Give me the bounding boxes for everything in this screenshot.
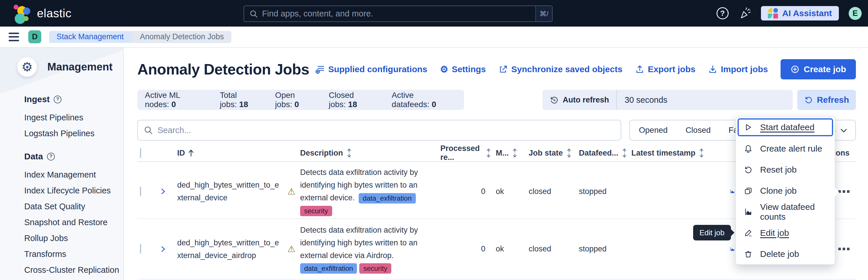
row-expander-chevron-icon[interactable] <box>160 187 170 196</box>
row-checkbox[interactable] <box>140 186 141 196</box>
view-results-chart-icon[interactable] <box>730 245 735 253</box>
management-gear-icon: ⚙ <box>17 57 37 77</box>
sidebar-item-index-management[interactable]: Index Management <box>24 170 120 180</box>
ai-assistant-button[interactable]: AI Assistant <box>761 6 839 21</box>
stat-active-ml-nodes: Active ML nodes:0 <box>145 91 210 109</box>
data-help-icon[interactable]: ? <box>47 153 55 160</box>
plus-circle-icon <box>790 65 800 74</box>
menu-item-start-datafeed[interactable]: Start datafeed <box>738 118 833 136</box>
refresh-interval-select[interactable]: 30 seconds <box>617 95 793 105</box>
sidebar-item-data-set-quality[interactable]: Data Set Quality <box>24 202 120 211</box>
sortable-icon <box>346 148 352 158</box>
memory-status: ok <box>492 187 519 196</box>
job-id: ded_high_bytes_written_to_external_devic… <box>170 237 283 262</box>
row-actions-button[interactable] <box>838 248 849 250</box>
sidebar-item-index-lifecycle-policies[interactable]: Index Lifecycle Policies <box>24 186 120 195</box>
view-results-chart-icon[interactable] <box>730 187 735 196</box>
column-header-job-state[interactable]: Job state <box>519 148 574 158</box>
job-state: closed <box>519 245 574 253</box>
select-all-checkbox[interactable] <box>140 148 141 158</box>
refresh-button[interactable]: Refresh <box>797 90 856 110</box>
sidebar-item-rollup-jobs[interactable]: Rollup Jobs <box>24 234 120 243</box>
filter-opened-button[interactable]: Opened <box>630 126 677 135</box>
sortable-icon <box>512 148 518 158</box>
space-badge[interactable]: D <box>28 30 41 43</box>
export-jobs-link[interactable]: Export jobs <box>635 64 695 74</box>
auto-refresh-toggle[interactable]: Auto refresh <box>542 90 617 110</box>
job-actions-context-menu: Start datafeed Create alert rule Reset j… <box>736 116 835 265</box>
gear-icon: ⚙ <box>440 65 448 74</box>
export-icon <box>635 65 644 74</box>
help-icon[interactable]: ? <box>716 7 728 19</box>
column-header-datafeed-state[interactable]: Datafeed... <box>574 148 628 158</box>
menu-item-view-datafeed-counts[interactable]: View datafeed counts <box>736 201 835 222</box>
popover-arrow <box>835 188 839 196</box>
user-avatar[interactable]: E <box>849 7 862 20</box>
elastic-logo-icon <box>6 2 35 25</box>
sidebar-item-transforms[interactable]: Transforms <box>24 249 120 259</box>
sortable-icon <box>566 148 572 158</box>
group-badge[interactable]: data_exfiltration <box>300 263 357 274</box>
settings-link[interactable]: ⚙ Settings <box>440 64 486 74</box>
sidebar-item-ingest-pipelines[interactable]: Ingest Pipelines <box>24 113 120 122</box>
supplied-configurations-link[interactable]: Supplied configurations <box>315 64 427 74</box>
elastic-logo[interactable]: elastic <box>6 2 71 25</box>
create-job-button[interactable]: Create job <box>781 59 856 80</box>
warning-icon[interactable]: ⚠ <box>283 186 300 197</box>
search-shortcut-badge: ⌘/ <box>535 6 552 21</box>
group-badge[interactable]: security <box>359 263 391 274</box>
sidebar-item-cross-cluster-replication[interactable]: Cross-Cluster Replication <box>24 265 120 275</box>
column-header-memory[interactable]: M... <box>492 148 519 158</box>
row-expander-chevron-icon[interactable] <box>160 245 170 254</box>
chevron-down-icon[interactable] <box>840 127 848 134</box>
sortable-icon <box>698 148 705 158</box>
warning-icon[interactable]: ⚠ <box>283 244 300 254</box>
search-icon <box>144 126 153 135</box>
row-actions-button[interactable] <box>838 190 849 193</box>
sort-ascending-icon <box>188 149 194 157</box>
import-icon <box>708 65 717 74</box>
menu-item-delete-job[interactable]: Delete job <box>736 243 835 265</box>
synchronize-saved-objects-link[interactable]: Synchronize saved objects <box>499 64 622 74</box>
sidebar-section-data: Data ? <box>24 152 120 161</box>
menu-item-create-alert-rule[interactable]: Create alert rule <box>736 138 835 159</box>
stat-active-datafeeds: Active datafeeds:0 <box>392 91 457 109</box>
sidebar-item-snapshot-and-restore[interactable]: Snapshot and Restore <box>24 218 120 227</box>
sortable-icon <box>621 148 628 158</box>
job-description: Detects data exfiltration activity by id… <box>300 220 440 279</box>
refresh-clock-icon <box>550 95 559 104</box>
global-search-input[interactable] <box>262 6 535 21</box>
column-header-id[interactable]: ID <box>170 149 283 158</box>
ingest-help-icon[interactable]: ? <box>54 96 61 103</box>
job-stats-bar: Active ML nodes:0 Total jobs:18 Open job… <box>137 90 464 110</box>
breadcrumb-stack-management[interactable]: Stack Management <box>49 31 134 43</box>
import-jobs-link[interactable]: Import jobs <box>708 64 768 74</box>
column-header-latest-timestamp[interactable]: Latest timestamp <box>628 148 722 158</box>
sidebar-item-logstash-pipelines[interactable]: Logstash Pipelines <box>24 129 120 138</box>
menu-item-clone-job[interactable]: Clone job <box>736 180 835 201</box>
menu-hamburger-icon[interactable] <box>9 33 19 41</box>
auto-refresh-control: Auto refresh 30 seconds <box>542 90 793 110</box>
stat-closed-jobs: Closed jobs:18 <box>329 91 381 109</box>
filter-closed-button[interactable]: Closed <box>677 126 720 135</box>
group-badge[interactable]: data_exfiltration <box>359 193 415 204</box>
job-description: Detects data exfiltration activity by id… <box>300 162 440 221</box>
datafeed-state: stopped <box>574 245 628 253</box>
edit-job-tooltip: Edit job <box>693 225 731 241</box>
management-sidebar: ⚙ Management Ingest ? Ingest Pipelines L… <box>0 48 124 280</box>
processed-records: 0 <box>440 187 492 196</box>
menu-item-reset-job[interactable]: Reset job <box>736 159 835 180</box>
job-search-input[interactable] <box>158 126 621 135</box>
column-header-processed-records[interactable]: Processed re... <box>440 144 492 162</box>
group-badge[interactable]: security <box>300 206 332 216</box>
sidebar-section-ingest: Ingest ? <box>24 94 120 104</box>
row-checkbox[interactable] <box>140 244 141 254</box>
global-search[interactable]: ⌘/ <box>244 5 553 22</box>
news-megaphone-icon[interactable] <box>738 7 751 20</box>
job-id: ded_high_bytes_written_to_external_devic… <box>170 179 283 204</box>
reset-refresh-icon <box>743 165 753 174</box>
column-header-description[interactable]: Description <box>300 148 440 158</box>
job-search-box[interactable] <box>137 120 621 141</box>
menu-item-edit-job[interactable]: Edit job <box>736 222 835 243</box>
stat-total-jobs: Total jobs:18 <box>220 91 265 109</box>
